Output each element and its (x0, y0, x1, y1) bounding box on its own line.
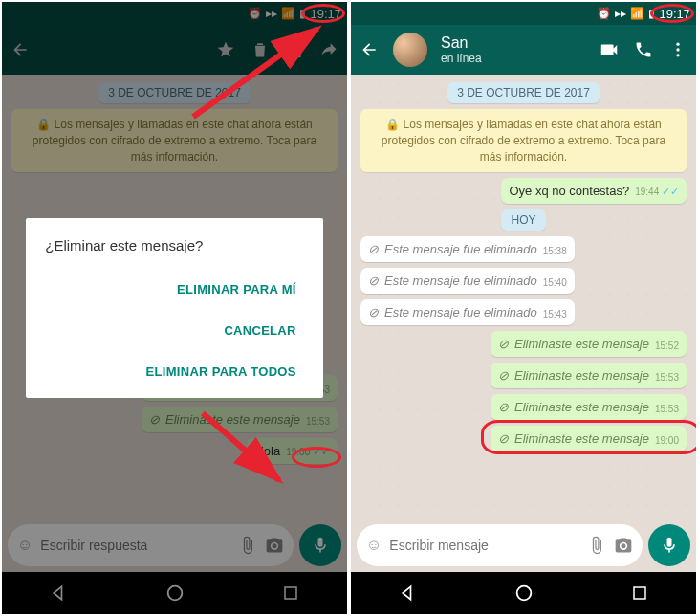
cancel-button[interactable]: CANCELAR (216, 312, 303, 349)
delete-for-me-button[interactable]: ELIMINAR PARA MÍ (169, 271, 304, 308)
date-chip: 3 DE OCTUBRE DE 2017 (447, 82, 600, 103)
svg-point-9 (517, 586, 532, 601)
message-in-deleted[interactable]: ⊘Este mensaje fue eliminado15:43 (360, 299, 575, 325)
contact-info[interactable]: San en línea (441, 34, 482, 65)
more-icon[interactable] (667, 39, 688, 60)
read-tick-icon: ✓✓ (662, 186, 679, 197)
message-input[interactable] (389, 538, 579, 553)
blocked-icon: ⊘ (498, 368, 509, 383)
message-out[interactable]: Oye xq no contestas? 19:44 ✓✓ (501, 178, 687, 204)
back-icon[interactable] (359, 39, 380, 60)
clock: 19:17 (659, 7, 690, 21)
blocked-icon: ⊘ (368, 305, 379, 319)
message-in-deleted[interactable]: ⊘Este mensaje fue eliminado15:38 (360, 236, 575, 262)
phone-left: ⏰ ▸▸ 📶 ▮ 19:17 3 DE OCTUBRE DE 2017 🔒 Lo… (2, 2, 347, 614)
mic-button[interactable] (648, 524, 690, 566)
input-bar: ☺ (351, 518, 696, 572)
svg-point-6 (676, 48, 679, 51)
blocked-icon: ⊘ (498, 337, 509, 351)
message-out-deleted[interactable]: ⊘Eliminaste este mensaje19:00 (491, 426, 687, 451)
svg-rect-10 (634, 587, 645, 599)
dialog-title: ¿Eliminar este mensaje? (45, 237, 303, 253)
camera-icon[interactable] (614, 536, 633, 555)
alarm-icon: ⏰ (597, 7, 611, 20)
phone-right: ⏰ ▸▸ 📶 ▮ 19:17 San en línea 3 DE OCTUBRE… (351, 2, 696, 614)
android-navbar (351, 572, 696, 614)
svg-point-5 (676, 43, 679, 46)
emoji-icon[interactable]: ☺ (366, 537, 382, 554)
statusbar: ⏰ ▸▸ 📶 ▮ 19:17 (351, 2, 696, 25)
signal-icon: 📶 (630, 7, 644, 20)
blocked-icon: ⊘ (368, 242, 379, 256)
message-out-deleted[interactable]: ⊘Eliminaste este mensaje15:52 (491, 331, 687, 357)
call-icon[interactable] (633, 39, 654, 60)
blocked-icon: ⊘ (368, 274, 379, 288)
delete-dialog: ¿Eliminar este mensaje? ELIMINAR PARA MÍ… (26, 218, 322, 398)
blocked-icon: ⊘ (498, 431, 509, 446)
nav-home-icon[interactable] (513, 583, 534, 604)
contact-name: San (441, 34, 482, 52)
message-in-deleted[interactable]: ⊘Este mensaje fue eliminado15:40 (360, 268, 575, 294)
today-chip: HOY (501, 209, 545, 231)
svg-point-8 (622, 543, 626, 548)
blocked-icon: ⊘ (498, 400, 509, 414)
avatar[interactable] (393, 33, 427, 67)
contact-status: en línea (441, 52, 482, 65)
videocall-icon[interactable] (599, 39, 620, 60)
svg-point-7 (676, 54, 679, 56)
nav-back-icon[interactable] (399, 583, 418, 603)
nav-recent-icon[interactable] (631, 584, 648, 602)
chat-area: 3 DE OCTUBRE DE 2017 🔒 Los mensajes y ll… (351, 75, 696, 518)
message-out-deleted[interactable]: ⊘Eliminaste este mensaje15:53 (491, 363, 687, 388)
encryption-notice[interactable]: 🔒 Los mensajes y llamadas en este chat a… (360, 109, 687, 172)
delete-for-all-button[interactable]: ELIMINAR PARA TODOS (139, 353, 304, 390)
message-out-deleted[interactable]: ⊘Eliminaste este mensaje15:53 (491, 394, 687, 420)
message-input-field[interactable]: ☺ (357, 524, 643, 566)
wifi-icon: ▸▸ (615, 7, 626, 20)
delete-dialog-overlay: ¿Eliminar este mensaje? ELIMINAR PARA MÍ… (2, 2, 347, 614)
battery-icon: ▮ (648, 7, 655, 20)
appbar-chat: San en línea (351, 25, 696, 75)
attach-icon[interactable] (587, 536, 606, 555)
